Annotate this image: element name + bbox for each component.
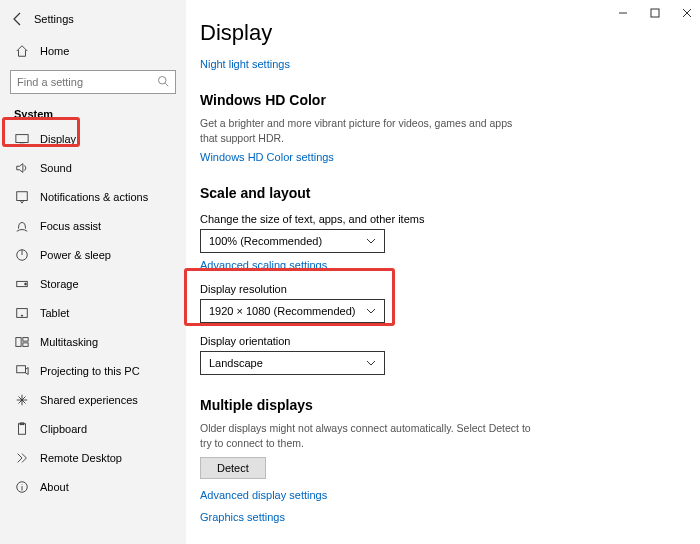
svg-rect-12 [19,423,26,434]
sidebar-item-sound[interactable]: Sound [0,153,186,182]
svg-rect-11 [17,365,26,372]
sidebar-item-label: Tablet [40,307,69,319]
resolution-dropdown[interactable]: 1920 × 1080 (Recommended) [200,299,385,323]
sidebar-item-focus-assist[interactable]: Focus assist [0,211,186,240]
sidebar-item-label: Storage [40,278,79,290]
orientation-dropdown[interactable]: Landscape [200,351,385,375]
advanced-display-link[interactable]: Advanced display settings [200,489,532,501]
sidebar-item-shared-experiences[interactable]: Shared experiences [0,385,186,414]
sidebar-item-label: Projecting to this PC [40,365,140,377]
svg-point-7 [21,315,22,316]
chevron-down-icon [366,306,376,316]
svg-point-0 [159,77,167,85]
sidebar-section-system: System [0,100,186,124]
notifications-icon [14,189,30,205]
multi-desc: Older displays might not always connect … [200,421,532,450]
sidebar-item-label: About [40,481,69,493]
sidebar-item-label: Power & sleep [40,249,111,261]
sidebar-item-label: Display [40,133,76,145]
search-input-container[interactable] [10,70,176,94]
svg-rect-1 [16,134,28,142]
svg-rect-2 [17,191,28,200]
window-title: Settings [34,13,74,25]
svg-rect-17 [651,9,659,17]
sidebar-item-projecting[interactable]: Projecting to this PC [0,356,186,385]
graphics-settings-link[interactable]: Graphics settings [200,511,532,523]
display-icon [14,131,30,147]
home-icon [14,43,30,59]
clipboard-icon [14,421,30,437]
sidebar-item-clipboard[interactable]: Clipboard [0,414,186,443]
svg-rect-8 [16,337,21,346]
power-icon [14,247,30,263]
about-icon [14,479,30,495]
scale-dropdown[interactable]: 100% (Recommended) [200,229,385,253]
multi-heading: Multiple displays [200,397,532,413]
chevron-down-icon [366,236,376,246]
sidebar-item-label: Multitasking [40,336,98,348]
remote-icon [14,450,30,466]
page-title: Display [200,20,532,46]
sidebar-item-notifications[interactable]: Notifications & actions [0,182,186,211]
hd-desc: Get a brighter and more vibrant picture … [200,116,532,145]
detect-button[interactable]: Detect [200,457,266,479]
svg-rect-10 [23,342,28,346]
sidebar-item-multitasking[interactable]: Multitasking [0,327,186,356]
sidebar-item-storage[interactable]: Storage [0,269,186,298]
sidebar-item-remote-desktop[interactable]: Remote Desktop [0,443,186,472]
storage-icon [14,276,30,292]
sidebar-home[interactable]: Home [0,38,186,64]
night-light-link[interactable]: Night light settings [200,58,532,70]
advanced-scaling-link[interactable]: Advanced scaling settings [200,259,532,271]
close-button[interactable] [678,4,696,22]
maximize-button[interactable] [646,4,664,22]
resolution-label: Display resolution [200,283,532,295]
svg-point-5 [25,283,27,285]
sidebar-item-label: Focus assist [40,220,101,232]
sidebar-item-label: Sound [40,162,72,174]
hd-color-link[interactable]: Windows HD Color settings [200,151,532,163]
orientation-label: Display orientation [200,335,532,347]
tablet-icon [14,305,30,321]
orientation-value: Landscape [209,357,263,369]
svg-rect-9 [23,337,28,341]
sidebar-item-power-sleep[interactable]: Power & sleep [0,240,186,269]
shared-icon [14,392,30,408]
resolution-value: 1920 × 1080 (Recommended) [209,305,355,317]
search-icon [157,75,169,89]
home-label: Home [40,45,69,57]
sidebar-item-label: Shared experiences [40,394,138,406]
minimize-button[interactable] [614,4,632,22]
sidebar-item-about[interactable]: About [0,472,186,501]
scale-heading: Scale and layout [200,185,532,201]
scale-size-label: Change the size of text, apps, and other… [200,213,532,225]
sidebar-item-tablet[interactable]: Tablet [0,298,186,327]
chevron-down-icon [366,358,376,368]
scale-value: 100% (Recommended) [209,235,322,247]
multitasking-icon [14,334,30,350]
hd-heading: Windows HD Color [200,92,532,108]
sound-icon [14,160,30,176]
sidebar-item-display[interactable]: Display [0,124,186,153]
focus-assist-icon [14,218,30,234]
sidebar-item-label: Remote Desktop [40,452,122,464]
projecting-icon [14,363,30,379]
search-input[interactable] [17,76,169,88]
sidebar-item-label: Notifications & actions [40,191,148,203]
sidebar-item-label: Clipboard [40,423,87,435]
back-button[interactable] [10,11,26,27]
